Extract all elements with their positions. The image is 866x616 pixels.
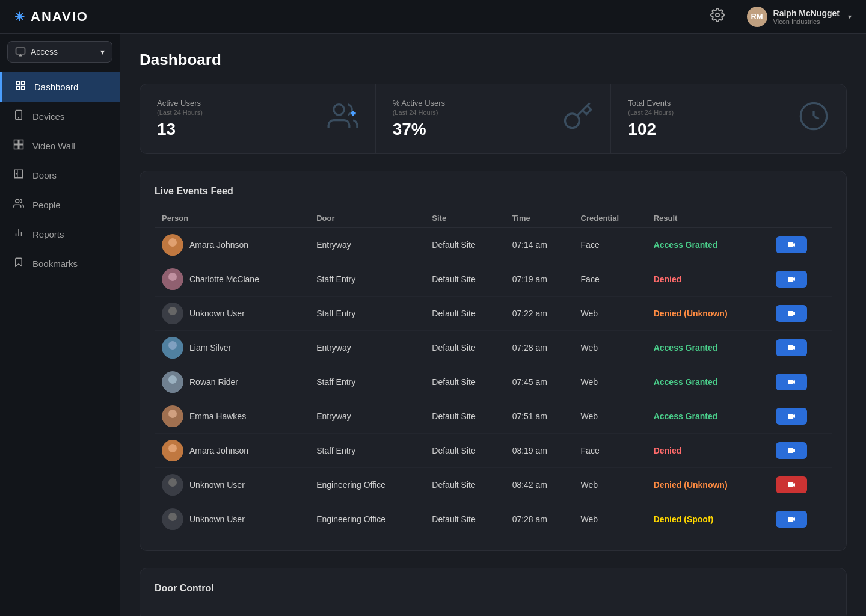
cell-cam xyxy=(769,434,832,468)
stat-text: % Active Users (Last 24 Hours) 37% xyxy=(393,99,445,139)
user-company: Vicon Industries xyxy=(773,18,840,25)
table-row: Unknown User Staff Entry Default Site 07… xyxy=(155,297,832,331)
person-name: Rowan Rider xyxy=(189,377,238,387)
sidebar-item-bookmarks[interactable]: Bookmarks xyxy=(0,249,120,279)
cam-button[interactable] xyxy=(776,511,807,528)
cell-credential: Face xyxy=(574,434,646,468)
cam-button[interactable] xyxy=(776,442,807,459)
svg-rect-10 xyxy=(14,140,19,144)
cell-time: 07:51 am xyxy=(505,399,574,434)
cam-button[interactable] xyxy=(776,236,807,253)
stat-total-events: Total Events (Last 24 Hours) 102 xyxy=(611,84,846,153)
stat-value: 13 xyxy=(157,120,203,139)
result-badge: Denied xyxy=(654,446,682,455)
access-selector-label: Access xyxy=(31,47,58,57)
col-site: Site xyxy=(425,209,505,228)
person-avatar xyxy=(162,405,183,427)
access-selector-chevron: ▾ xyxy=(100,47,105,57)
cell-time: 08:19 am xyxy=(505,434,574,468)
stats-row: Active Users (Last 24 Hours) 13 xyxy=(140,84,847,154)
door-control-title: Door Control xyxy=(155,583,832,594)
cell-site: Default Site xyxy=(425,468,505,502)
user-avatar: RM xyxy=(747,7,767,27)
col-result: Result xyxy=(646,209,769,228)
sidebar-item-video-wall[interactable]: Video Wall xyxy=(0,131,120,161)
cell-door: Entryway xyxy=(309,399,425,434)
table-row: Charlotte McClane Staff Entry Default Si… xyxy=(155,262,832,297)
cell-result: Access Granted xyxy=(646,399,769,434)
person-name: Liam Silver xyxy=(189,343,231,353)
cam-button[interactable] xyxy=(776,305,807,322)
sidebar-item-label: Bookmarks xyxy=(32,259,78,269)
result-badge: Access Granted xyxy=(654,240,718,250)
cell-time: 07:19 am xyxy=(505,262,574,297)
cell-cam xyxy=(769,502,832,537)
cell-credential: Web xyxy=(574,297,646,331)
svg-point-35 xyxy=(168,375,177,384)
svg-point-41 xyxy=(168,444,177,452)
cell-cam xyxy=(769,468,832,502)
result-badge: Access Granted xyxy=(654,343,718,353)
user-menu[interactable]: RM Ralph McNugget Vicon Industries ▾ xyxy=(747,7,852,27)
cam-button[interactable] xyxy=(776,408,807,425)
user-menu-chevron: ▾ xyxy=(848,13,852,21)
table-header-row: Person Door Site Time Credential Result xyxy=(155,209,832,228)
people-icon xyxy=(12,198,25,212)
cell-result: Denied (Unknown) xyxy=(646,297,769,331)
result-badge: Access Granted xyxy=(654,377,718,387)
cell-result: Denied xyxy=(646,434,769,468)
person-avatar xyxy=(162,234,183,256)
person-name: Unknown User xyxy=(189,480,245,490)
cell-site: Default Site xyxy=(425,365,505,399)
stat-label: % Active Users xyxy=(393,99,445,108)
cam-button[interactable] xyxy=(776,339,807,356)
access-selector[interactable]: Access ▾ xyxy=(7,41,112,63)
stat-text: Total Events (Last 24 Hours) 102 xyxy=(628,99,674,139)
svg-point-0 xyxy=(716,13,719,17)
sidebar-item-people[interactable]: People xyxy=(0,190,120,220)
logo-text: ANAVIO xyxy=(31,9,88,25)
cell-time: 08:42 am xyxy=(505,468,574,502)
cam-button[interactable] xyxy=(776,374,807,390)
cell-person: Emma Hawkes xyxy=(155,399,309,434)
stat-label: Total Events xyxy=(628,99,674,108)
sidebar-item-label: Video Wall xyxy=(32,141,75,151)
feed-table: Person Door Site Time Credential Result … xyxy=(155,209,832,536)
table-row: Amara Johnson Staff Entry Default Site 0… xyxy=(155,434,832,468)
table-row: Unknown User Engineering Office Default … xyxy=(155,502,832,537)
cell-cam xyxy=(769,228,832,262)
svg-point-26 xyxy=(168,273,177,281)
cell-site: Default Site xyxy=(425,228,505,262)
cam-button[interactable] xyxy=(776,476,807,493)
cell-site: Default Site xyxy=(425,262,505,297)
nav-divider xyxy=(737,7,737,26)
sidebar-item-devices[interactable]: Devices xyxy=(0,102,120,131)
sidebar: Access ▾ Dashboard Devices xyxy=(0,34,120,616)
sidebar-item-reports[interactable]: Reports xyxy=(0,220,120,249)
cell-person: Liam Silver xyxy=(155,331,309,365)
person-avatar xyxy=(162,371,183,393)
settings-button[interactable] xyxy=(708,5,727,28)
logo: ✳ ANAVIO xyxy=(14,9,88,25)
table-row: Liam Silver Entryway Default Site 07:28 … xyxy=(155,331,832,365)
sidebar-item-dashboard[interactable]: Dashboard xyxy=(0,72,120,102)
person-name: Unknown User xyxy=(189,514,245,524)
svg-rect-1 xyxy=(16,48,25,54)
cell-person: Charlotte McClane xyxy=(155,262,309,297)
topnav: ✳ ANAVIO RM Ralph McNugget Vicon Industr… xyxy=(0,0,866,34)
cell-door: Engineering Office xyxy=(309,502,425,537)
svg-rect-4 xyxy=(16,81,19,84)
cell-person: Amara Johnson xyxy=(155,434,309,468)
cell-person: Amara Johnson xyxy=(155,228,309,262)
cell-time: 07:28 am xyxy=(505,502,574,537)
person-avatar xyxy=(162,474,183,496)
stat-value: 37% xyxy=(393,120,445,139)
total-events-icon xyxy=(798,100,829,138)
stat-active-users: Active Users (Last 24 Hours) 13 xyxy=(140,84,376,153)
sidebar-item-doors[interactable]: Doors xyxy=(0,161,120,190)
stat-text: Active Users (Last 24 Hours) 13 xyxy=(157,99,203,139)
col-time: Time xyxy=(505,209,574,228)
cell-result: Access Granted xyxy=(646,365,769,399)
cam-button[interactable] xyxy=(776,271,807,288)
cell-cam xyxy=(769,331,832,365)
